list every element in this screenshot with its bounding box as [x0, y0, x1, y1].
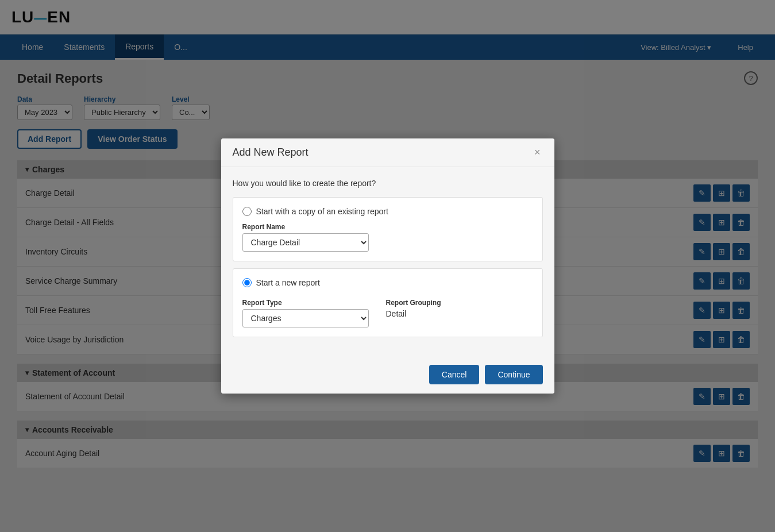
- report-type-select[interactable]: Charges Statement of Account Accounts Re…: [242, 309, 369, 327]
- modal-close-button[interactable]: ×: [532, 147, 543, 159]
- copy-existing-radio[interactable]: [242, 207, 252, 216]
- continue-button[interactable]: Continue: [485, 365, 542, 384]
- copy-existing-radio-row: Start with a copy of an existing report: [242, 207, 533, 216]
- modal-question: How you would like to create the report?: [233, 179, 543, 188]
- new-report-section: Start a new report Report Type Charges S…: [233, 268, 543, 337]
- copy-existing-section: Start with a copy of an existing report …: [233, 197, 543, 261]
- copy-existing-label[interactable]: Start with a copy of an existing report: [256, 207, 388, 216]
- report-grouping-group: Report Grouping Detail: [386, 299, 441, 318]
- modal-header: Add New Report ×: [221, 138, 554, 167]
- report-name-label: Report Name: [242, 223, 533, 231]
- report-type-label: Report Type: [242, 299, 369, 307]
- add-report-modal: Add New Report × How you would like to c…: [221, 138, 554, 394]
- new-report-radio[interactable]: [242, 278, 252, 287]
- modal-title: Add New Report: [233, 147, 309, 159]
- new-report-label[interactable]: Start a new report: [256, 278, 320, 287]
- cancel-button[interactable]: Cancel: [429, 365, 480, 384]
- new-report-radio-row: Start a new report: [242, 278, 533, 287]
- report-type-group: Report Type Charges Statement of Account…: [242, 299, 369, 327]
- modal-overlay: Add New Report × How you would like to c…: [0, 0, 775, 532]
- modal-body: How you would like to create the report?…: [221, 167, 554, 356]
- report-grouping-value: Detail: [386, 309, 441, 318]
- report-name-group: Report Name Charge Detail Charge Detail …: [242, 223, 533, 252]
- report-grouping-label: Report Grouping: [386, 299, 441, 307]
- report-name-select[interactable]: Charge Detail Charge Detail - All Fields…: [242, 233, 369, 252]
- report-type-row: Report Type Charges Statement of Account…: [242, 294, 533, 327]
- modal-footer: Cancel Continue: [221, 356, 554, 394]
